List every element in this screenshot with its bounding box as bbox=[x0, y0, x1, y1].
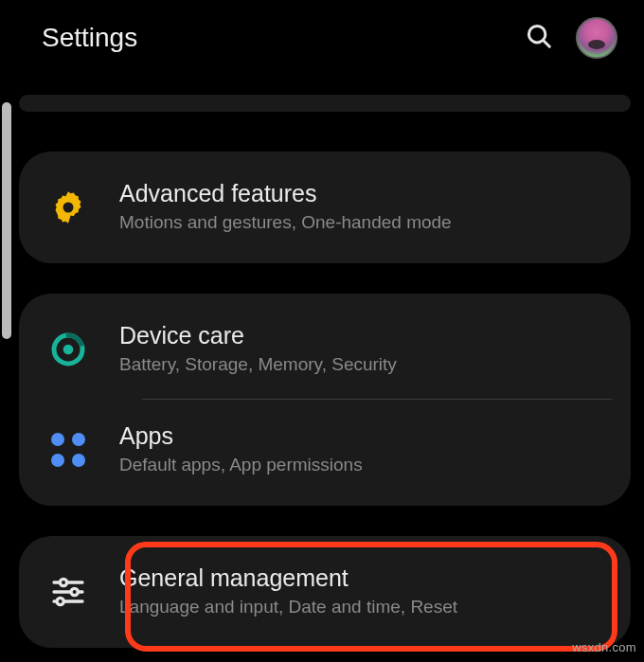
settings-list: Advanced features Motions and gestures, … bbox=[0, 76, 644, 648]
apps-icon bbox=[45, 433, 91, 467]
row-advanced-features[interactable]: Advanced features Motions and gestures, … bbox=[19, 157, 631, 258]
card-device-apps: Device care Battery, Storage, Memory, Se… bbox=[19, 294, 631, 506]
watermark: wsxdn.com bbox=[572, 640, 636, 654]
card-advanced-features: Advanced features Motions and gestures, … bbox=[19, 152, 631, 263]
row-subtitle: Motions and gestures, One-handed mode bbox=[119, 211, 604, 235]
row-general-management[interactable]: General management Language and input, D… bbox=[19, 542, 631, 642]
row-subtitle: Battery, Storage, Memory, Security bbox=[119, 353, 604, 377]
gear-icon bbox=[45, 188, 91, 226]
svg-point-7 bbox=[63, 344, 74, 354]
sliders-icon bbox=[45, 573, 91, 611]
svg-line-1 bbox=[544, 41, 550, 47]
page-title: Settings bbox=[42, 23, 137, 53]
search-icon[interactable] bbox=[525, 22, 553, 54]
card-partial-top bbox=[19, 95, 631, 112]
row-subtitle: Language and input, Date and time, Reset bbox=[119, 596, 604, 619]
card-general-management: General management Language and input, D… bbox=[19, 536, 631, 648]
row-subtitle: Default apps, App permissions bbox=[119, 454, 604, 477]
profile-avatar[interactable] bbox=[576, 17, 617, 59]
row-title: Apps bbox=[119, 422, 604, 450]
svg-point-13 bbox=[57, 598, 63, 604]
row-text: Device care Battery, Storage, Memory, Se… bbox=[119, 322, 604, 377]
svg-point-9 bbox=[60, 579, 66, 585]
row-text: Apps Default apps, App permissions bbox=[119, 422, 604, 477]
header-actions bbox=[525, 17, 617, 59]
device-care-icon bbox=[45, 331, 91, 368]
row-text: Advanced features Motions and gestures, … bbox=[119, 180, 604, 235]
svg-point-11 bbox=[71, 588, 78, 595]
row-device-care[interactable]: Device care Battery, Storage, Memory, Se… bbox=[19, 299, 631, 400]
row-title: Advanced features bbox=[119, 180, 604, 207]
row-title: Device care bbox=[119, 322, 604, 349]
row-text: General management Language and input, D… bbox=[119, 564, 604, 619]
scroll-indicator[interactable] bbox=[2, 102, 11, 339]
header: Settings bbox=[0, 0, 644, 76]
row-apps[interactable]: Apps Default apps, App permissions bbox=[19, 400, 631, 500]
row-title: General management bbox=[119, 564, 604, 592]
